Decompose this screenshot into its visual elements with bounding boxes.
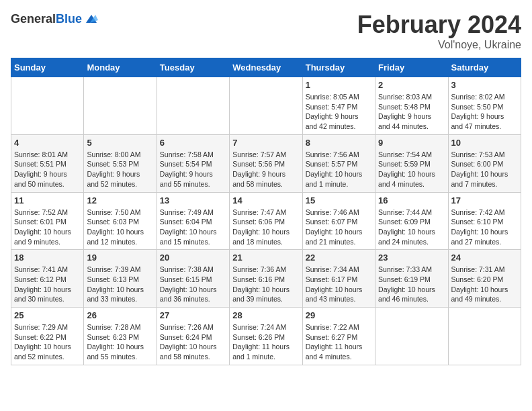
calendar-week-3: 18Sunrise: 7:41 AMSunset: 6:12 PMDayligh…	[11, 250, 521, 308]
day-info: Sunrise: 7:53 AMSunset: 6:00 PMDaylight:…	[451, 150, 518, 189]
calendar-cell: 2Sunrise: 8:03 AMSunset: 5:48 PMDaylight…	[375, 77, 448, 135]
day-info: Sunrise: 7:58 AMSunset: 5:54 PMDaylight:…	[160, 150, 226, 189]
calendar-table: SundayMondayTuesdayWednesdayThursdayFrid…	[11, 58, 521, 365]
calendar-cell: 18Sunrise: 7:41 AMSunset: 6:12 PMDayligh…	[11, 250, 84, 308]
day-info: Sunrise: 7:57 AMSunset: 5:56 PMDaylight:…	[232, 150, 299, 189]
logo-text-general: General	[11, 12, 56, 26]
calendar-cell	[230, 77, 302, 135]
day-info: Sunrise: 7:36 AMSunset: 6:16 PMDaylight:…	[232, 265, 299, 304]
day-number: 25	[14, 310, 81, 320]
day-number: 20	[160, 253, 226, 263]
calendar-week-0: 1Sunrise: 8:05 AMSunset: 5:47 PMDaylight…	[11, 77, 521, 135]
logo-text-blue: Blue	[56, 12, 82, 26]
calendar-cell: 22Sunrise: 7:34 AMSunset: 6:17 PMDayligh…	[302, 250, 375, 308]
day-info: Sunrise: 7:29 AMSunset: 6:22 PMDaylight:…	[14, 322, 81, 362]
day-number: 14	[232, 195, 299, 205]
calendar-cell	[448, 308, 521, 365]
day-number: 7	[232, 138, 299, 148]
day-info: Sunrise: 7:42 AMSunset: 6:10 PMDaylight:…	[451, 208, 518, 247]
day-number: 6	[160, 138, 226, 148]
header-day-wednesday: Wednesday	[230, 58, 302, 77]
day-number: 13	[160, 195, 226, 205]
day-number: 4	[14, 138, 81, 148]
day-info: Sunrise: 7:47 AMSunset: 6:06 PMDaylight:…	[232, 208, 299, 247]
calendar-cell: 26Sunrise: 7:28 AMSunset: 6:23 PMDayligh…	[84, 308, 157, 365]
day-info: Sunrise: 7:28 AMSunset: 6:23 PMDaylight:…	[87, 322, 153, 362]
calendar-cell: 27Sunrise: 7:26 AMSunset: 6:24 PMDayligh…	[157, 308, 229, 365]
header-day-monday: Monday	[84, 58, 157, 77]
day-number: 12	[87, 195, 153, 205]
calendar-cell: 21Sunrise: 7:36 AMSunset: 6:16 PMDayligh…	[230, 250, 302, 308]
day-number: 29	[306, 310, 372, 320]
day-info: Sunrise: 7:26 AMSunset: 6:24 PMDaylight:…	[160, 322, 226, 362]
day-number: 23	[378, 253, 445, 263]
day-info: Sunrise: 7:31 AMSunset: 6:20 PMDaylight:…	[451, 265, 518, 304]
header-day-thursday: Thursday	[302, 58, 375, 77]
day-number: 17	[451, 195, 518, 205]
calendar-cell: 12Sunrise: 7:50 AMSunset: 6:03 PMDayligh…	[84, 192, 157, 250]
day-number: 1	[306, 80, 372, 90]
header-row: SundayMondayTuesdayWednesdayThursdayFrid…	[11, 58, 521, 77]
calendar-cell: 25Sunrise: 7:29 AMSunset: 6:22 PMDayligh…	[11, 308, 84, 365]
day-info: Sunrise: 7:22 AMSunset: 6:27 PMDaylight:…	[306, 322, 372, 362]
main-title: February 2024	[357, 11, 521, 39]
day-info: Sunrise: 7:54 AMSunset: 5:59 PMDaylight:…	[378, 150, 445, 189]
calendar-cell: 7Sunrise: 7:57 AMSunset: 5:56 PMDaylight…	[230, 134, 302, 192]
calendar-cell: 4Sunrise: 8:01 AMSunset: 5:51 PMDaylight…	[11, 134, 84, 192]
calendar-header: SundayMondayTuesdayWednesdayThursdayFrid…	[11, 58, 521, 77]
day-info: Sunrise: 7:38 AMSunset: 6:15 PMDaylight:…	[160, 265, 226, 304]
day-info: Sunrise: 7:39 AMSunset: 6:13 PMDaylight:…	[87, 265, 153, 304]
calendar-cell: 8Sunrise: 7:56 AMSunset: 5:57 PMDaylight…	[302, 134, 375, 192]
day-number: 19	[87, 253, 153, 263]
calendar-cell	[84, 77, 157, 135]
calendar-cell: 11Sunrise: 7:52 AMSunset: 6:01 PMDayligh…	[11, 192, 84, 250]
calendar-week-2: 11Sunrise: 7:52 AMSunset: 6:01 PMDayligh…	[11, 192, 521, 250]
day-info: Sunrise: 7:52 AMSunset: 6:01 PMDaylight:…	[14, 208, 81, 247]
day-info: Sunrise: 7:46 AMSunset: 6:07 PMDaylight:…	[306, 208, 372, 247]
logo-icon	[83, 11, 99, 27]
day-number: 16	[378, 195, 445, 205]
calendar-cell: 28Sunrise: 7:24 AMSunset: 6:26 PMDayligh…	[230, 308, 302, 365]
calendar-cell: 5Sunrise: 8:00 AMSunset: 5:53 PMDaylight…	[84, 134, 157, 192]
day-number: 21	[232, 253, 299, 263]
day-number: 8	[306, 138, 372, 148]
day-number: 9	[378, 138, 445, 148]
header-day-saturday: Saturday	[448, 58, 521, 77]
calendar-cell: 24Sunrise: 7:31 AMSunset: 6:20 PMDayligh…	[448, 250, 521, 308]
calendar-week-1: 4Sunrise: 8:01 AMSunset: 5:51 PMDaylight…	[11, 134, 521, 192]
day-info: Sunrise: 7:49 AMSunset: 6:04 PMDaylight:…	[160, 208, 226, 247]
header-day-friday: Friday	[375, 58, 448, 77]
day-number: 15	[306, 195, 372, 205]
day-info: Sunrise: 7:44 AMSunset: 6:09 PMDaylight:…	[378, 208, 445, 247]
day-info: Sunrise: 7:34 AMSunset: 6:17 PMDaylight:…	[306, 265, 372, 304]
calendar-cell: 14Sunrise: 7:47 AMSunset: 6:06 PMDayligh…	[230, 192, 302, 250]
calendar-cell: 19Sunrise: 7:39 AMSunset: 6:13 PMDayligh…	[84, 250, 157, 308]
day-number: 10	[451, 138, 518, 148]
day-number: 24	[451, 253, 518, 263]
calendar-cell: 17Sunrise: 7:42 AMSunset: 6:10 PMDayligh…	[448, 192, 521, 250]
calendar-cell: 3Sunrise: 8:02 AMSunset: 5:50 PMDaylight…	[448, 77, 521, 135]
day-number: 3	[451, 80, 518, 90]
calendar-week-4: 25Sunrise: 7:29 AMSunset: 6:22 PMDayligh…	[11, 308, 521, 365]
day-info: Sunrise: 7:33 AMSunset: 6:19 PMDaylight:…	[378, 265, 445, 304]
day-info: Sunrise: 8:01 AMSunset: 5:51 PMDaylight:…	[14, 150, 81, 189]
day-info: Sunrise: 8:03 AMSunset: 5:48 PMDaylight:…	[378, 92, 445, 132]
day-number: 18	[14, 253, 81, 263]
calendar-cell: 1Sunrise: 8:05 AMSunset: 5:47 PMDaylight…	[302, 77, 375, 135]
calendar-cell: 15Sunrise: 7:46 AMSunset: 6:07 PMDayligh…	[302, 192, 375, 250]
day-info: Sunrise: 7:24 AMSunset: 6:26 PMDaylight:…	[232, 322, 299, 362]
calendar-cell: 16Sunrise: 7:44 AMSunset: 6:09 PMDayligh…	[375, 192, 448, 250]
calendar-cell	[11, 77, 84, 135]
calendar-cell: 20Sunrise: 7:38 AMSunset: 6:15 PMDayligh…	[157, 250, 229, 308]
day-info: Sunrise: 8:00 AMSunset: 5:53 PMDaylight:…	[87, 150, 153, 189]
day-number: 22	[306, 253, 372, 263]
day-number: 5	[87, 138, 153, 148]
logo: GeneralBlue	[11, 11, 99, 27]
day-number: 11	[14, 195, 81, 205]
day-number: 28	[232, 310, 299, 320]
day-number: 26	[87, 310, 153, 320]
day-info: Sunrise: 7:50 AMSunset: 6:03 PMDaylight:…	[87, 208, 153, 247]
day-number: 2	[378, 80, 445, 90]
calendar-cell: 13Sunrise: 7:49 AMSunset: 6:04 PMDayligh…	[157, 192, 229, 250]
day-info: Sunrise: 7:56 AMSunset: 5:57 PMDaylight:…	[306, 150, 372, 189]
